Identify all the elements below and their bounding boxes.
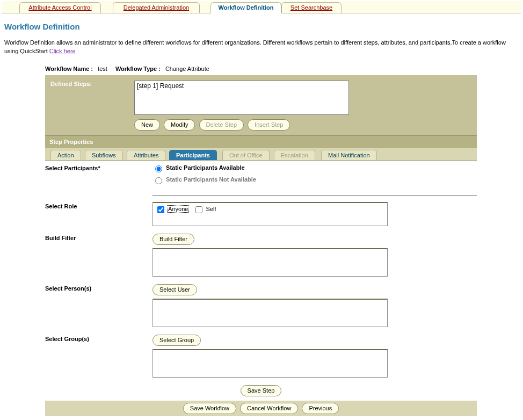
quickstart-link[interactable]: Click here — [49, 48, 76, 54]
save-step-button[interactable]: Save Step — [241, 385, 282, 396]
subtab-participants[interactable]: Participants — [169, 150, 217, 160]
select-role-label: Select Role — [45, 202, 152, 226]
subtab-attributes[interactable]: Attributes — [127, 150, 165, 160]
step-subtab-row: Action Subflows Attributes Participants … — [45, 148, 477, 161]
wf-name-label: Workflow Name : — [45, 66, 93, 72]
intro-text: Workflow Definition allows an administra… — [4, 39, 519, 56]
subtab-action[interactable]: Action — [50, 150, 81, 160]
defined-steps-panel: Defined Steps: [step 1] Request New Modi… — [45, 75, 477, 135]
tab-workflow-definition[interactable]: Workflow Definition — [210, 2, 281, 13]
filter-box[interactable] — [152, 248, 388, 277]
defined-steps-listbox[interactable]: [step 1] Request — [134, 81, 349, 115]
role-self-label: Self — [206, 206, 216, 212]
radio-static-not-available-label: Static Participants Not Available — [166, 176, 256, 183]
wf-name-value: test — [95, 66, 114, 72]
delete-step-button: Delete Step — [199, 119, 244, 131]
groups-box[interactable] — [152, 349, 388, 378]
modify-step-button[interactable]: Modify — [164, 119, 195, 131]
tab-delegated-admin[interactable]: Delegated Administration — [113, 2, 200, 13]
subtab-mail-notification[interactable]: Mail Notification — [321, 150, 377, 160]
tab-attr-access-control[interactable]: Attribute Access Control — [19, 2, 101, 13]
build-filter-label: Build Filter — [45, 234, 152, 277]
wf-type-label: Workflow Type : — [115, 66, 161, 72]
radio-static-available[interactable] — [155, 165, 162, 172]
subtab-subflows[interactable]: Subflows — [85, 150, 123, 160]
insert-step-button: Insert Step — [248, 119, 290, 131]
save-workflow-button[interactable]: Save Workflow — [183, 403, 236, 414]
radio-static-not-available[interactable] — [155, 177, 162, 184]
subtab-out-of-office: Out of Office — [222, 150, 270, 160]
step-item[interactable]: [step 1] Request — [137, 82, 346, 90]
build-filter-button[interactable]: Build Filter — [152, 234, 194, 245]
radio-static-available-label: Static Participants Available — [166, 164, 245, 171]
subtab-escalation: Escalation — [274, 150, 315, 160]
select-persons-label: Select Person(s) — [45, 284, 152, 327]
cancel-workflow-button[interactable]: Cancel Workflow — [240, 403, 298, 414]
top-tab-row: Attribute Access Control Delegated Admin… — [2, 1, 521, 13]
select-participants-label: Select Participants* — [45, 164, 152, 187]
separator — [152, 195, 477, 195]
role-self-checkbox[interactable] — [195, 206, 202, 213]
wf-type-value: Change Attribute — [162, 66, 216, 72]
role-anyone-label: Anyone — [168, 206, 188, 212]
defined-steps-label: Defined Steps: — [50, 81, 134, 115]
workflow-meta: Workflow Name : test Workflow Type : Cha… — [45, 66, 477, 72]
page-title: Workflow Definition — [4, 22, 521, 31]
select-group-button[interactable]: Select Group — [152, 335, 201, 346]
select-groups-label: Select Group(s) — [45, 335, 152, 378]
step-properties-header: Step Properties — [45, 135, 477, 148]
new-step-button[interactable]: New — [134, 119, 160, 131]
select-user-button[interactable]: Select User — [152, 284, 197, 295]
intro-body: Workflow Definition allows an administra… — [4, 39, 506, 54]
bottom-action-bar: Save Workflow Cancel Workflow Previous — [45, 401, 477, 416]
persons-box[interactable] — [152, 299, 388, 327]
tab-set-searchbase[interactable]: Set Searchbase — [281, 2, 342, 13]
previous-button[interactable]: Previous — [302, 403, 339, 414]
role-anyone-checkbox[interactable] — [157, 206, 164, 213]
role-box: Anyone Self — [152, 202, 388, 226]
